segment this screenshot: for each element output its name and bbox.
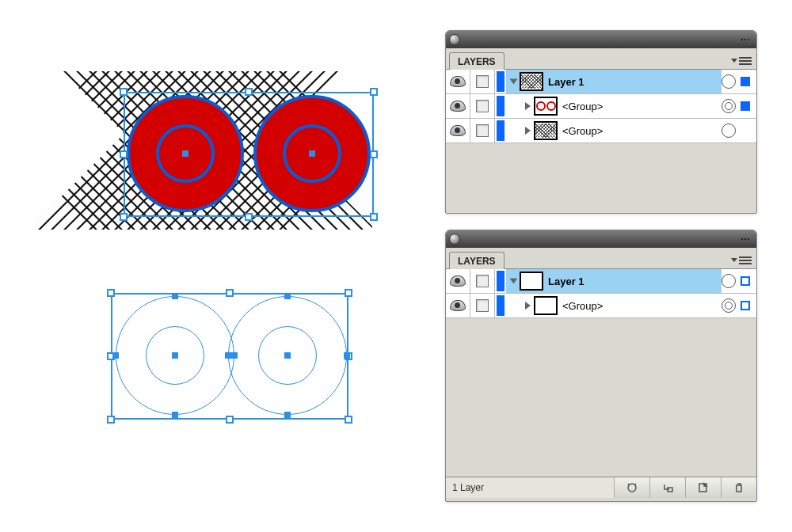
lock-toggle[interactable] [470,70,495,93]
layer-thumbnail [534,121,558,140]
target-icon[interactable] [722,274,736,288]
layer-name-area[interactable]: Layer 1 [506,269,722,293]
selection-handle[interactable] [107,289,115,297]
disclosure-triangle-icon[interactable] [525,127,531,135]
selection-handle[interactable] [226,289,234,297]
close-icon[interactable] [449,234,460,245]
selection-handle[interactable] [120,213,128,221]
layer-row[interactable]: <Group> [446,94,756,119]
panel-menu-icon[interactable] [739,256,752,265]
selection-indicator[interactable] [741,301,750,310]
layer-name-area[interactable]: <Group> [506,94,722,118]
layer-row[interactable]: Layer 1 [446,269,756,294]
tab-layers[interactable]: LAYERS [449,52,505,70]
eye-icon [450,276,466,287]
selection-handle[interactable] [120,150,128,158]
close-icon[interactable] [449,34,460,45]
layer-name-label: <Group> [562,300,603,312]
selection-handle[interactable] [245,213,253,221]
selection-handle[interactable] [245,88,253,96]
selection-indicator[interactable] [741,101,750,111]
lock-toggle[interactable] [470,119,495,142]
selection-handle[interactable] [226,416,234,424]
layer-row[interactable]: <Group> [446,294,756,318]
selection-handle[interactable] [345,289,352,297]
artwork-crosshatch-rings[interactable] [32,71,372,238]
anchor-point[interactable] [231,352,238,359]
layer-name-label: Layer 1 [548,276,584,287]
target-icon[interactable] [722,124,736,138]
target-icon[interactable] [722,99,736,113]
layer-thumbnail [534,296,558,315]
layer-color-strip [497,295,505,316]
artwork-outline-selection[interactable] [111,293,348,428]
panel-footer: 1 Layer [446,477,756,498]
anchor-point[interactable] [284,412,291,418]
center-point [284,352,291,359]
eye-icon [450,300,466,311]
selection-handle[interactable] [370,88,378,96]
selection-handle[interactable] [370,150,378,158]
selection-handle[interactable] [345,416,352,424]
disclosure-triangle-icon[interactable] [510,79,518,85]
selection-handle[interactable] [107,416,115,424]
anchor-point[interactable] [284,293,291,299]
create-sublayer-button[interactable] [649,477,685,498]
layer-color-strip [497,271,505,291]
selection-bounds[interactable] [124,92,374,217]
tab-layers[interactable]: LAYERS [449,252,505,269]
visibility-toggle[interactable] [446,269,470,293]
layer-name-label: <Group> [562,125,603,137]
layer-thumbnail [534,97,558,116]
layer-row[interactable]: Layer 1 [446,70,756,94]
center-point [182,150,188,157]
anchor-point[interactable] [344,352,350,359]
delete-layer-button[interactable] [721,477,756,498]
anchor-point[interactable] [225,352,231,359]
lock-toggle[interactable] [470,294,495,317]
layer-name-area[interactable]: Layer 1 [506,70,722,93]
layers-panel-1[interactable]: LAYERS Layer 1 <Group> [445,30,757,214]
selection-indicator[interactable] [741,276,750,286]
layers-panel-2[interactable]: LAYERS Layer 1 <Group> [445,230,757,502]
panel-titlebar[interactable] [446,31,756,48]
create-new-layer-button[interactable] [685,477,721,498]
target-icon[interactable] [722,74,736,89]
artboard-canvas[interactable] [0,0,428,532]
disclosure-triangle-icon[interactable] [525,302,531,310]
center-point [172,352,178,359]
layer-row[interactable]: <Group> [446,119,756,143]
lock-toggle[interactable] [470,94,495,118]
anchor-point[interactable] [172,293,178,299]
target-icon[interactable] [722,298,736,313]
layer-name-label: <Group> [562,101,603,112]
anchor-point[interactable] [112,352,119,359]
collapse-grip-icon[interactable] [737,235,753,243]
layer-name-area[interactable]: <Group> [506,119,722,142]
layer-name-label: Layer 1 [548,76,584,88]
layer-color-strip [497,96,505,116]
selection-indicator[interactable] [741,126,750,135]
eye-icon [450,76,466,87]
disclosure-triangle-icon[interactable] [510,279,518,284]
visibility-toggle[interactable] [446,119,470,142]
selection-handle[interactable] [370,213,378,221]
visibility-toggle[interactable] [446,70,470,93]
selection-indicator[interactable] [741,77,750,86]
center-point [309,150,315,157]
lock-toggle[interactable] [470,269,495,293]
collapse-grip-icon[interactable] [737,36,753,44]
layer-count-label: 1 Layer [446,482,539,493]
disclosure-triangle-icon[interactable] [525,102,531,110]
eye-icon [450,125,466,136]
anchor-point[interactable] [172,412,178,418]
layer-name-area[interactable]: <Group> [506,294,722,317]
panel-menu-icon[interactable] [739,56,752,66]
selection-handle[interactable] [120,88,128,96]
make-clipping-mask-button[interactable] [614,477,649,498]
visibility-toggle[interactable] [446,94,470,118]
visibility-toggle[interactable] [446,294,470,317]
panel-titlebar[interactable] [446,230,756,248]
layer-thumbnail [520,272,543,291]
layer-color-strip [497,71,505,92]
